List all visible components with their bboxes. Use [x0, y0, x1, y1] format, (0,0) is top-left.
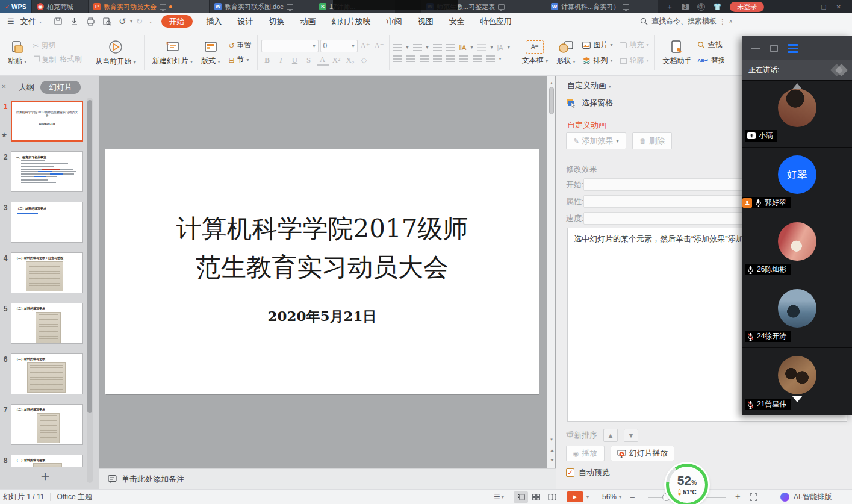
- undo-icon[interactable]: ↺: [115, 16, 130, 27]
- slide-thumb-5[interactable]: （二）材料的填写要求: [11, 303, 83, 344]
- slide-thumb-7[interactable]: （二）材料的填写要求: [11, 404, 83, 445]
- slideshow-play-button[interactable]: 幻灯片播放: [611, 446, 674, 461]
- meeting-restore-icon[interactable]: [770, 45, 778, 52]
- new-slide-button[interactable]: ✳ 新建幻灯片 ▾: [148, 39, 197, 67]
- slide-canvas[interactable]: 计算机科学学院2017级师 范生教育实习动员大会 2020年5月21日: [105, 149, 539, 394]
- participant-tile-3[interactable]: 26陈灿彬: [742, 214, 852, 281]
- tab-transition[interactable]: 切换: [267, 16, 287, 27]
- slide-thumb-4[interactable]: （二）材料的填写要求：自查与他检: [11, 252, 83, 293]
- slideshow-button[interactable]: ▶: [567, 491, 583, 502]
- textbox-button[interactable]: A≡ 文本框 ▾: [518, 39, 552, 67]
- picture-button[interactable]: 图片 ▾: [580, 39, 614, 52]
- auto-preview-row[interactable]: ✓ 自动预览: [566, 467, 610, 478]
- arrange-button[interactable]: 排列 ▾: [580, 54, 614, 67]
- play-from-current-button[interactable]: 从当前开始 ▾: [91, 38, 140, 68]
- tab-security[interactable]: 安全: [447, 16, 467, 27]
- zoom-caret-icon[interactable]: ▾: [619, 494, 621, 500]
- reset-button[interactable]: ↺重置: [226, 39, 253, 52]
- slide-thumb-1[interactable]: 计算机科学学院2017级师范生教育实习动员大会 2020年5月21日: [11, 101, 83, 142]
- layout-button[interactable]: 版式 ▾: [197, 39, 224, 67]
- text-direction-icon[interactable]: ‖A: [459, 44, 467, 51]
- tab-review[interactable]: 审阅: [384, 16, 405, 27]
- thumbnail-scrollbar[interactable]: [87, 98, 93, 483]
- tab-outline[interactable]: 大纲: [19, 82, 34, 93]
- print-preview-icon[interactable]: [99, 17, 115, 26]
- minimize-icon[interactable]: —: [806, 4, 811, 10]
- help-icon[interactable]: ?: [706, 17, 710, 26]
- doc-tab-mall[interactable]: ◉ 柏克商城: [32, 0, 88, 13]
- ai-layout-button[interactable]: AI-智能排版: [780, 492, 832, 502]
- meeting-list-view-icon[interactable]: [788, 44, 798, 53]
- slide-date-text[interactable]: 2020年5月21日: [105, 307, 539, 326]
- meeting-minimize-icon[interactable]: [751, 48, 760, 49]
- collapse-down-icon[interactable]: [792, 396, 803, 402]
- tab-special-features[interactable]: 特色应用: [478, 16, 514, 27]
- tab-insert[interactable]: 插入: [204, 16, 225, 27]
- participant-tile-4[interactable]: 24徐开涛: [742, 281, 852, 347]
- doc-tab-internship[interactable]: W 计算机科...育实习）: [546, 0, 658, 13]
- editor-scrollbar[interactable]: ▴ ▾ ▴▴ ▾▾: [547, 76, 555, 468]
- find-button[interactable]: 查找: [695, 39, 727, 52]
- more-menu-icon[interactable]: ⋮: [719, 17, 726, 26]
- slide-editor-canvas[interactable]: 计算机科学学院2017级师 范生教育实习动员大会 2020年5月21日 ▴ ▾ …: [99, 76, 547, 468]
- scrollbar-thumb[interactable]: [549, 87, 554, 114]
- slide-thumb-3[interactable]: （二）材料的填写要求: [11, 202, 83, 243]
- scroll-down-icon[interactable]: ▾: [547, 437, 556, 442]
- tab-home[interactable]: 开始: [161, 15, 193, 28]
- slideshow-caret-icon[interactable]: ▾: [586, 494, 589, 500]
- toolbar-caret-icon[interactable]: ⌄: [149, 19, 153, 24]
- theme-name[interactable]: Office 主题: [57, 492, 92, 502]
- notes-bar[interactable]: 单击此处添加备注: [99, 468, 556, 489]
- slide-title-text[interactable]: 计算机科学学院2017级师 范生教育实习动员大会: [105, 210, 539, 287]
- print-icon[interactable]: [82, 17, 99, 26]
- tab-view[interactable]: 视图: [415, 16, 436, 27]
- zoom-in-button[interactable]: ＋: [733, 491, 742, 502]
- collapse-ribbon-icon[interactable]: ∧: [729, 18, 733, 25]
- slide-thumb-6[interactable]: （二）材料的填写要求: [11, 353, 83, 394]
- notes-toggle-button[interactable]: ☰▾: [494, 493, 504, 501]
- scroll-up-icon[interactable]: ▴: [547, 81, 556, 86]
- tab-animation[interactable]: 动画: [298, 16, 319, 27]
- tab-design[interactable]: 设计: [235, 16, 256, 27]
- auto-preview-checkbox[interactable]: ✓: [566, 468, 574, 477]
- participant-tile-1[interactable]: 小满: [742, 80, 852, 147]
- login-button[interactable]: 未登录: [730, 2, 764, 12]
- normal-view-button[interactable]: [514, 491, 528, 503]
- add-slide-button[interactable]: ＋: [0, 466, 90, 485]
- close-icon[interactable]: ✕: [836, 4, 841, 10]
- slide-thumb-2[interactable]: 一、教育实习相关事宜: [11, 151, 83, 192]
- panel-title-dropdown[interactable]: 自定义动画 ▾: [567, 80, 611, 91]
- skin-icon[interactable]: 👕: [714, 3, 722, 11]
- integral-icon[interactable]: @: [697, 3, 705, 11]
- export-icon[interactable]: [66, 17, 82, 26]
- reading-view-button[interactable]: [548, 494, 556, 500]
- next-slide-icon[interactable]: ▾▾: [547, 458, 556, 462]
- section-button[interactable]: ⊟节 ▾: [226, 54, 253, 67]
- doc-tab-contact-doc[interactable]: W 教育实习联系图.doc: [210, 0, 314, 13]
- maximize-icon[interactable]: ▢: [821, 4, 826, 10]
- replace-button[interactable]: AB↵ 替换: [695, 54, 727, 67]
- tab-slides[interactable]: 幻灯片: [40, 81, 81, 94]
- battery-temp-widget[interactable]: 52% 51°C: [666, 464, 708, 504]
- hamburger-icon[interactable]: ☰: [4, 17, 18, 26]
- menu-file[interactable]: 文件: [18, 16, 39, 27]
- slide-sorter-button[interactable]: [532, 494, 540, 500]
- slide-thumb-8[interactable]: （二）材料的填写要求: [11, 455, 83, 467]
- participant-tile-5[interactable]: 21曾星伟: [742, 347, 852, 415]
- shapes-button[interactable]: 形状 ▾: [552, 39, 579, 67]
- previous-slide-icon[interactable]: ▴▴: [547, 448, 556, 453]
- new-tab-icon[interactable]: ＋: [666, 2, 673, 12]
- sync-badge[interactable]: 3: [682, 4, 689, 10]
- doc-tab-active-presentation[interactable]: P 教育实习动员大会: [89, 0, 209, 13]
- participant-tile-2[interactable]: 好翠 郭好翠: [742, 147, 852, 214]
- doc-assistant-button[interactable]: 文档助手: [658, 39, 695, 67]
- tab-slideshow[interactable]: 幻灯片放映: [329, 16, 373, 27]
- wps-logo-tab[interactable]: ✓WPS: [0, 0, 31, 13]
- fit-to-window-button[interactable]: [750, 493, 757, 501]
- zoom-level[interactable]: 56%: [602, 493, 617, 501]
- command-search[interactable]: 查找命令、搜索模板: [639, 16, 717, 26]
- selection-pane-button[interactable]: 选择窗格: [566, 98, 613, 108]
- zoom-out-button[interactable]: −: [630, 492, 635, 502]
- save-icon[interactable]: [50, 17, 66, 26]
- paste-button[interactable]: 粘贴 ▾: [4, 39, 31, 67]
